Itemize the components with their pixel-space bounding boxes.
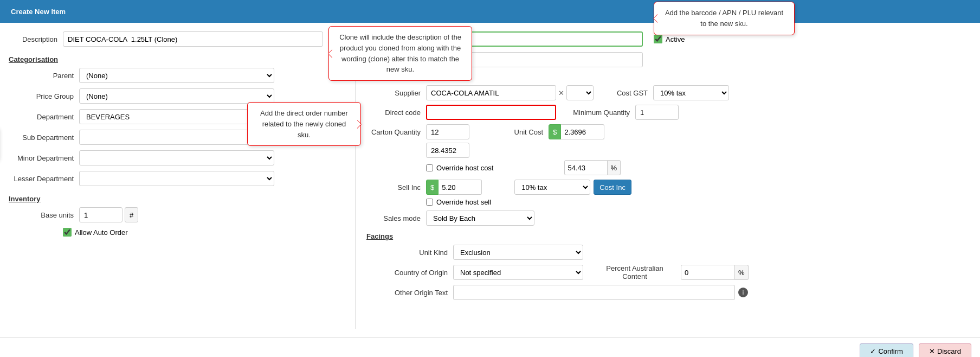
- unit-cost-dollar: $: [549, 124, 561, 139]
- confirm-button[interactable]: ✓ Confirm: [860, 343, 913, 357]
- sell-inc-input[interactable]: [439, 180, 482, 195]
- other-origin-input[interactable]: [453, 285, 735, 300]
- title-bar: Create New Item: [0, 0, 980, 23]
- percent-aus-sign: %: [735, 265, 749, 280]
- active-label: Active: [666, 35, 685, 43]
- description-label: Description: [9, 35, 63, 43]
- bottom-bar: ✓ Confirm ✕ Discard: [0, 337, 980, 357]
- allow-auto-label: Allow Auto Order: [75, 228, 128, 237]
- discard-button[interactable]: ✕ Discard: [919, 343, 971, 357]
- override-host-cost-checkbox[interactable]: [426, 164, 433, 171]
- sub-department-label: Sub Department: [9, 133, 79, 142]
- confirm-check-icon: ✓: [870, 347, 876, 355]
- percent-aus-input[interactable]: [681, 265, 735, 280]
- percent-sign: %: [608, 160, 621, 175]
- page-title: Create New Item: [11, 8, 66, 16]
- info-icon[interactable]: i: [738, 288, 748, 297]
- country-select[interactable]: Not specified: [453, 265, 583, 280]
- direct-code-label: Direct code: [366, 109, 426, 117]
- override-host-sell-checkbox[interactable]: [426, 199, 433, 206]
- unit-kind-label: Unit Kind: [366, 248, 453, 257]
- percent-aus-label: Percent Australian Content: [594, 264, 681, 280]
- sell-dollar: $: [426, 180, 439, 195]
- price-group-select[interactable]: (None): [79, 88, 274, 104]
- direct-order-tooltip: Add the direct order number related to t…: [247, 102, 361, 146]
- discard-x-icon: ✕: [929, 347, 935, 355]
- min-qty-input[interactable]: [635, 105, 679, 120]
- cost-input[interactable]: [426, 143, 469, 158]
- cost-inc-button[interactable]: Cost Inc: [594, 180, 631, 195]
- base-units-label: Base units: [9, 211, 79, 219]
- supplier-x-button[interactable]: ✕: [558, 89, 564, 97]
- parent-select[interactable]: (None): [79, 68, 274, 83]
- supplier-input[interactable]: [426, 85, 556, 100]
- sell-percent-input[interactable]: [564, 160, 608, 175]
- description-input[interactable]: [63, 31, 323, 47]
- active-checkbox[interactable]: [654, 35, 662, 43]
- sales-mode-label: Sales mode: [366, 214, 426, 222]
- parent-label: Parent: [9, 72, 79, 80]
- override-host-cost-label: Override host cost: [436, 164, 494, 172]
- lesser-department-label: Lesser Department: [9, 175, 79, 183]
- hash-button[interactable]: #: [125, 207, 138, 222]
- supplier-label: Supplier: [366, 89, 426, 97]
- min-qty-label: Minimum Quantity: [565, 109, 635, 117]
- supplier-dropdown[interactable]: [566, 85, 594, 100]
- direct-code-input[interactable]: [426, 105, 556, 120]
- department-select[interactable]: BEVERAGES: [79, 109, 274, 124]
- facings-title: Facings: [366, 232, 971, 240]
- sell-tax-select[interactable]: 10% tax: [514, 180, 590, 195]
- unit-kind-select[interactable]: Exclusion: [453, 245, 583, 260]
- minor-department-select[interactable]: [79, 150, 274, 165]
- allow-auto-order-checkbox[interactable]: [63, 228, 72, 237]
- lesser-department-select[interactable]: [79, 171, 274, 186]
- categorisation-title: Categorisation: [9, 55, 344, 63]
- cost-gst-label: Cost GST: [610, 89, 653, 97]
- barcode-tooltip: Add the barcode / APN / PLU relevant to …: [654, 2, 795, 35]
- base-units-input[interactable]: [79, 207, 122, 222]
- other-origin-label: Other Origin Text: [366, 289, 453, 297]
- sub-department-select[interactable]: [79, 130, 274, 145]
- price-group-label: Price Group: [9, 92, 79, 100]
- inventory-title: Inventory: [9, 195, 344, 203]
- override-host-sell-label: Override host sell: [436, 198, 491, 206]
- department-label: Department: [9, 113, 79, 121]
- discard-label: Discard: [937, 347, 961, 355]
- clone-desc-tooltip: Clone will include the description of th…: [328, 26, 472, 81]
- carton-qty-input[interactable]: [426, 124, 469, 139]
- minor-department-label: Minor Department: [9, 154, 79, 162]
- carton-qty-label: Carton Quantity: [366, 128, 426, 136]
- country-label: Country of Origin: [366, 269, 453, 277]
- unit-cost-label: Unit Cost: [478, 128, 549, 136]
- sales-mode-select[interactable]: Sold By Each: [426, 211, 534, 226]
- unit-cost-input[interactable]: [561, 124, 604, 139]
- cost-gst-select[interactable]: 10% tax: [653, 85, 729, 100]
- sell-inc-label: Sell Inc: [366, 183, 426, 192]
- confirm-label: Confirm: [878, 347, 903, 355]
